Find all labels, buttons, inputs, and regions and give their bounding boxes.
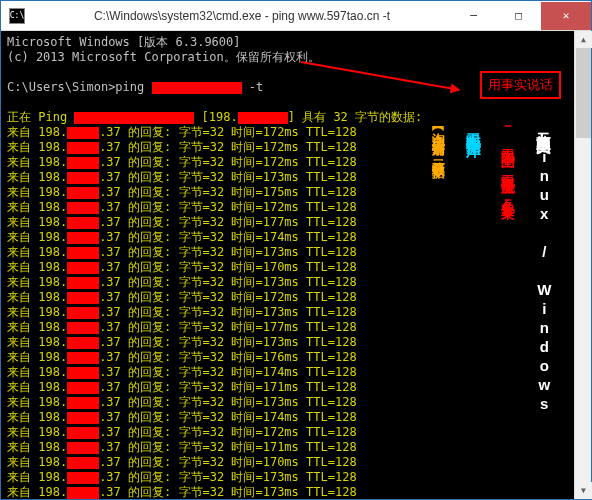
cmd-window: C:\ C:\Windows\system32\cmd.exe - ping w…: [0, 0, 592, 500]
window-buttons: ─ □ ✕: [451, 2, 591, 30]
window-title: C:\Windows\system32\cmd.exe - ping www.5…: [33, 9, 451, 23]
cmd-icon: C:\: [9, 8, 25, 24]
banner-col-4: 【淘宝搜索店铺：云籁数据】: [429, 121, 447, 484]
banner-col-1: 云籁美国Linux / Windows: [534, 121, 553, 484]
vertical-scrollbar[interactable]: ▲ ▼: [574, 31, 591, 499]
ad-banner: 云籁美国Linux / Windows －无限空间 无限流量 免备案－ 无限数据…: [421, 116, 561, 489]
minimize-button[interactable]: ─: [451, 2, 496, 30]
maximize-button[interactable]: □: [496, 2, 541, 30]
annotation-label: 用事实说话: [480, 71, 561, 99]
close-button[interactable]: ✕: [541, 2, 591, 30]
scroll-down-button[interactable]: ▼: [575, 482, 592, 499]
titlebar[interactable]: C:\ C:\Windows\system32\cmd.exe - ping w…: [1, 1, 591, 31]
scroll-up-button[interactable]: ▲: [575, 31, 592, 48]
banner-col-3: 无限数据库: [464, 121, 483, 484]
banner-col-2: －无限空间 无限流量 免备案－: [499, 121, 517, 484]
scroll-thumb[interactable]: [576, 48, 591, 138]
